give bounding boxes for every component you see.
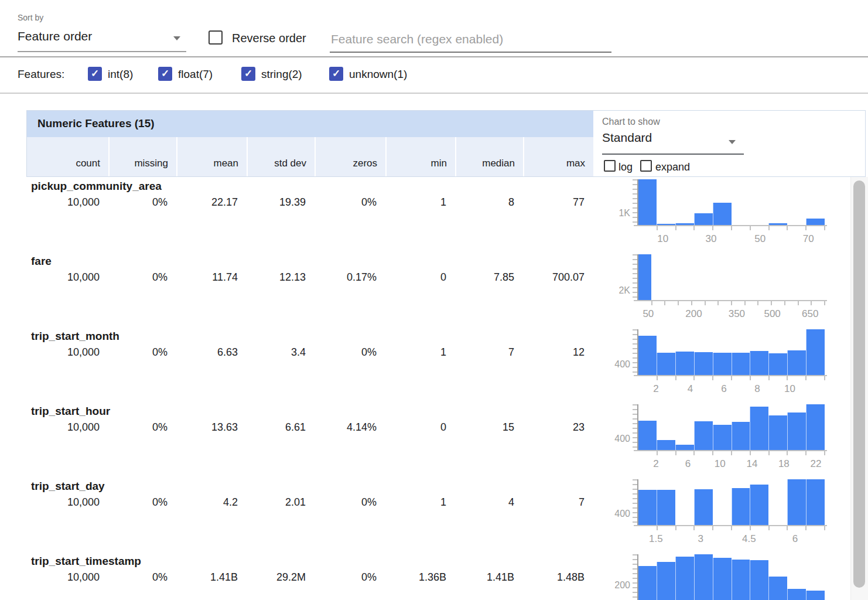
log-label[interactable]: log — [618, 161, 633, 173]
x-axis-tick — [824, 526, 825, 530]
x-axis-line — [634, 225, 827, 226]
histogram[interactable]: 4001.534.56 — [603, 477, 855, 552]
column-header-zeros: zeros — [315, 137, 385, 176]
histogram-bar[interactable] — [675, 445, 694, 450]
expand-checkbox[interactable] — [640, 160, 652, 172]
histogram-bar[interactable] — [713, 425, 732, 450]
histogram-bar[interactable] — [750, 560, 768, 600]
histogram-bar[interactable] — [638, 254, 651, 300]
reverse-order-label[interactable]: Reverse order — [232, 32, 306, 45]
histogram-bar[interactable] — [638, 490, 657, 525]
histogram-bar[interactable] — [694, 421, 713, 450]
x-axis-tick — [717, 301, 719, 305]
x-axis-tick — [750, 526, 751, 530]
histogram-bar[interactable] — [657, 562, 675, 600]
stat-zeros: 4.14% — [314, 421, 385, 434]
stat-min: 1.36B — [385, 571, 454, 584]
histogram-bar[interactable] — [694, 489, 713, 525]
y-axis-label: 1K — [603, 208, 630, 219]
histogram-bar[interactable] — [768, 223, 787, 225]
column-header-count: count — [27, 137, 108, 176]
histogram-bar[interactable] — [768, 415, 787, 450]
x-axis-tick — [805, 376, 807, 380]
x-axis-tick-label: 3 — [698, 533, 703, 545]
histogram-bar[interactable] — [638, 421, 657, 450]
feature-stats: 10,0000%6.633.40%1712 — [26, 346, 593, 359]
stat-max: 23 — [522, 421, 593, 434]
histogram-bar[interactable] — [787, 412, 806, 450]
histogram-bar[interactable] — [732, 560, 750, 600]
feature-row: trip_start_timestamp10,0000%1.41B29.2M0%… — [26, 552, 866, 600]
histogram-bar[interactable] — [750, 351, 768, 375]
histogram-bar[interactable] — [638, 566, 657, 600]
histogram-bar[interactable] — [638, 179, 657, 225]
histogram-bar[interactable] — [806, 591, 825, 600]
histogram[interactable]: 4002610141822 — [603, 402, 855, 477]
histogram-bar[interactable] — [732, 353, 750, 375]
histogram-bar[interactable] — [657, 224, 675, 225]
histogram-bar[interactable] — [806, 219, 825, 225]
stat-mean: 22.17 — [176, 196, 246, 209]
histogram[interactable]: 1K10305070 — [603, 177, 855, 252]
x-axis-tick — [675, 451, 676, 455]
stat-mean: 6.63 — [176, 346, 246, 359]
histogram-bar[interactable] — [675, 557, 694, 600]
x-axis-tick — [657, 451, 658, 455]
histogram-bar[interactable] — [750, 407, 768, 450]
filter-label[interactable]: int(8) — [108, 68, 133, 81]
scrollbar-thumb[interactable] — [853, 180, 865, 588]
histogram-bar[interactable] — [787, 350, 806, 375]
scrollbar-track[interactable] — [850, 177, 868, 600]
log-checkbox[interactable] — [604, 160, 616, 172]
feature-stats: 10,0000%11.7412.130.17%07.85700.07 — [26, 271, 593, 284]
chevron-down-icon[interactable] — [173, 36, 180, 40]
histogram-bar[interactable] — [806, 329, 825, 375]
histogram-bars — [638, 254, 825, 300]
filter-label[interactable]: string(2) — [261, 68, 302, 81]
y-axis-yladder — [633, 254, 637, 301]
histogram-bar[interactable] — [675, 223, 694, 225]
filter-checkbox-string[interactable]: ✓ — [241, 67, 255, 81]
stat-count: 10,000 — [26, 346, 108, 359]
filter-checkbox-int[interactable]: ✓ — [88, 67, 102, 81]
x-axis-tick — [787, 376, 788, 380]
stat-count: 10,000 — [26, 496, 108, 509]
histogram-bar[interactable] — [713, 203, 732, 225]
histogram-bar[interactable] — [675, 352, 694, 375]
histogram[interactable]: 400246810 — [603, 327, 855, 402]
histogram-bar[interactable] — [638, 336, 657, 375]
x-axis-tick — [712, 526, 713, 530]
expand-label[interactable]: expand — [655, 161, 690, 173]
sort-by-underline — [18, 51, 186, 52]
x-axis-line — [634, 525, 827, 526]
histogram-bar[interactable] — [768, 353, 787, 375]
chevron-down-icon[interactable] — [729, 140, 736, 144]
filter-label[interactable]: unknown(1) — [349, 68, 407, 81]
histogram-bar[interactable] — [806, 479, 825, 525]
reverse-order-checkbox[interactable] — [209, 30, 223, 45]
histogram-bar[interactable] — [787, 589, 806, 600]
numeric-features-title-band: Numeric Features (15) — [27, 111, 593, 137]
filter-checkbox-float[interactable]: ✓ — [158, 67, 172, 81]
histogram-bar[interactable] — [657, 490, 675, 525]
filter-label[interactable]: float(7) — [178, 68, 213, 81]
chart-to-show-dropdown[interactable]: Standard — [602, 131, 652, 145]
histogram-bar[interactable] — [713, 353, 732, 375]
sort-by-dropdown[interactable]: Feature order — [18, 29, 92, 43]
histogram-bar[interactable] — [732, 422, 750, 450]
histogram[interactable]: 200 — [603, 552, 855, 600]
histogram-bar[interactable] — [806, 404, 825, 450]
histogram-bar[interactable] — [694, 352, 713, 375]
histogram-bar[interactable] — [713, 558, 732, 600]
histogram[interactable]: 2K50200350500650 — [603, 252, 855, 327]
histogram-bar[interactable] — [750, 485, 768, 525]
histogram-bar[interactable] — [787, 479, 806, 525]
histogram-bar[interactable] — [657, 353, 675, 375]
filter-checkbox-unknown[interactable]: ✓ — [329, 67, 343, 81]
histogram-bar[interactable] — [768, 577, 787, 600]
feature-search-input[interactable] — [330, 27, 611, 53]
histogram-bar[interactable] — [657, 440, 675, 450]
histogram-bar[interactable] — [694, 554, 713, 600]
histogram-bar[interactable] — [732, 488, 750, 525]
histogram-bar[interactable] — [694, 213, 713, 225]
